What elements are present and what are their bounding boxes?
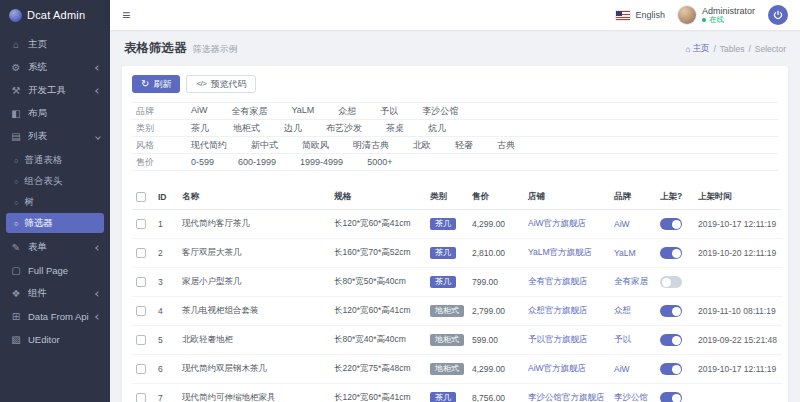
preview-code-button[interactable]: </> 预览代码 [186,75,256,93]
filter-option[interactable]: 5000+ [367,157,392,167]
refresh-button[interactable]: ↻ 刷新 [132,75,180,93]
code-icon: </> [196,80,206,88]
sidebar-item-layout[interactable]: ◧布局 [0,102,110,125]
brand-link[interactable]: YaLM [614,248,636,258]
filter-option[interactable]: 轻奢 [455,139,473,152]
brand-link[interactable]: 全有家居 [614,276,648,286]
shop-link[interactable]: 全有官方旗舰店 [528,276,588,286]
row-checkbox[interactable] [136,335,146,345]
filter-option[interactable]: 炕几 [428,122,446,135]
sidebar-item-label: 开发工具 [28,84,66,97]
filter-option[interactable]: 布艺沙发 [326,122,362,135]
filter-option[interactable]: 600-1999 [238,157,276,167]
cell-shop: 予以官方旗舰店 [524,326,610,355]
table-row: 1现代简约客厅茶几长120*宽60*高41cm茶几4,299.00AiW官方旗舰… [132,210,782,239]
user-menu[interactable]: Administrator 在线 [678,6,755,25]
filter-option[interactable]: 全有家居 [232,105,268,118]
filter-option[interactable]: AiW [191,105,208,118]
cell-brand: AiW [610,355,656,384]
brand-link[interactable]: AiW [614,364,630,374]
row-checkbox[interactable] [136,277,146,287]
onshelf-toggle[interactable] [660,392,682,402]
filter-option[interactable]: 1999-4999 [300,157,343,167]
sidebar-item-components[interactable]: ❖组件 [0,282,110,305]
row-checkbox[interactable] [136,364,146,374]
sidebar-item-dev-tools[interactable]: ⚒开发工具 [0,79,110,102]
cell-checkbox [132,297,154,326]
brand-link[interactable]: 李沙公馆 [614,392,648,402]
cell-category: 茶几 [426,210,468,239]
onshelf-toggle[interactable] [660,218,682,230]
filter-option[interactable]: 予以 [380,105,398,118]
filter-option[interactable]: 明清古典 [353,139,389,152]
cell-time: 2019-10-17 12:11:19 [694,355,782,384]
sidebar-item-normal-table[interactable]: ○普通表格 [6,150,104,170]
logo-icon [9,9,22,22]
row-checkbox[interactable] [136,393,146,402]
brand-link[interactable]: 众想 [614,305,631,315]
filter-option[interactable]: 边几 [284,122,302,135]
logo[interactable]: Dcat Admin [0,0,110,30]
filter-option[interactable]: 地柜式 [233,122,260,135]
language-switcher[interactable]: English [616,10,665,20]
table-row: 7现代简约可伸缩地柜家具长120*宽60*高41cm茶几8,756.00李沙公馆… [132,384,782,402]
select-all-checkbox[interactable] [136,192,146,202]
refresh-label: 刷新 [153,80,171,89]
sidebar-item-data-from-api[interactable]: ⊞Data From Api [0,305,110,328]
logout-button[interactable] [768,5,788,25]
cell-price: 599.00 [468,326,524,355]
sidebar-item-selector[interactable]: ○筛选器 [6,213,104,233]
filter-options: AiW全有家居YaLM众想予以李沙公馆 [191,105,482,118]
onshelf-toggle[interactable] [660,334,682,346]
filter-option[interactable]: 茶几 [191,122,209,135]
table-row: 4茶几电视柜组合套装长120*宽60*高41cm地柜式2,799.00众想官方旗… [132,297,782,326]
cell-checkbox [132,210,154,239]
shop-link[interactable]: YaLM官方旗舰店 [528,247,592,257]
shop-link[interactable]: 李沙公馆官方旗舰店 [528,392,605,402]
onshelf-toggle[interactable] [660,305,682,317]
breadcrumb-home[interactable]: ⌂ 主页 [685,43,709,55]
onshelf-toggle[interactable] [660,276,682,288]
sidebar-item-list[interactable]: ▤列表 [0,125,110,148]
filter-option[interactable]: 李沙公馆 [422,105,458,118]
shop-link[interactable]: 予以官方旗舰店 [528,334,588,344]
sidebar-item-combined-header[interactable]: ○组合表头 [6,171,104,191]
table-row: 6现代简约双层钢木茶几长220*宽75*高48cm地柜式4,299.00AiW官… [132,355,782,384]
filter-option[interactable]: 古典 [497,139,515,152]
filter-option[interactable]: 北欧 [413,139,431,152]
sidebar-item-full-page[interactable]: ▢Full Page [0,259,110,282]
cell-time: 2019-11-10 08:11:19 [694,297,782,326]
column-header: 名称 [178,185,330,210]
row-checkbox[interactable] [136,219,146,229]
shop-link[interactable]: 众想官方旗舰店 [528,305,588,315]
select-all-cell [132,185,154,210]
breadcrumb-selector: Selector [755,44,786,54]
sidebar-toggle-icon[interactable]: ≡ [122,8,130,22]
sidebar-item-tree[interactable]: ○树 [6,192,104,212]
brand-link[interactable]: 予以 [614,334,631,344]
cell-id: 4 [154,297,178,326]
onshelf-toggle[interactable] [660,247,682,259]
filter-option[interactable]: 简欧风 [302,139,329,152]
breadcrumb-tables[interactable]: Tables [720,44,745,54]
onshelf-toggle[interactable] [660,363,682,375]
content: 表格筛选器 筛选器示例 ⌂ 主页 / Tables / Selector [110,30,800,402]
sidebar-item-ueditor[interactable]: ▧UEditor [0,328,110,351]
shop-link[interactable]: AiW官方旗舰店 [528,218,586,228]
sidebar-item-system[interactable]: ⚙系统 [0,56,110,79]
filter-option[interactable]: 现代简约 [191,139,227,152]
filter-option[interactable]: 新中式 [251,139,278,152]
row-checkbox[interactable] [136,306,146,316]
sidebar-item-home[interactable]: ⌂主页 [0,33,110,56]
sidebar-item-form[interactable]: ✎表单 [0,236,110,259]
filter-option[interactable]: 0-599 [191,157,214,167]
cell-category: 茶几 [426,268,468,297]
brand-link[interactable]: AiW [614,219,630,229]
column-header: 上架时间 [694,185,782,210]
row-checkbox[interactable] [136,248,146,258]
filter-option[interactable]: 众想 [338,105,356,118]
sidebar-item-label: 普通表格 [24,154,62,167]
filter-option[interactable]: YaLM [292,105,315,118]
filter-option[interactable]: 茶桌 [386,122,404,135]
shop-link[interactable]: AiW官方旗舰店 [528,363,586,373]
